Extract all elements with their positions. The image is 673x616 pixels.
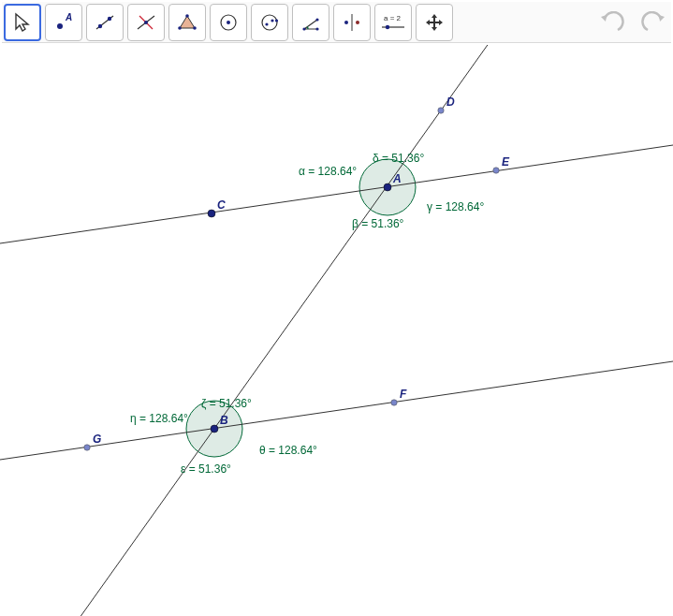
svg-point-7 [144, 21, 148, 24]
svg-marker-8 [180, 16, 195, 28]
svg-point-14 [262, 15, 277, 30]
svg-point-9 [185, 14, 189, 18]
polygon-tool[interactable] [168, 4, 206, 41]
undo-button[interactable] [596, 7, 628, 38]
point-G[interactable] [84, 445, 90, 450]
point-A[interactable] [384, 183, 391, 191]
svg-point-3 [98, 23, 102, 27]
svg-point-23 [356, 21, 359, 24]
svg-point-4 [108, 16, 111, 20]
svg-point-17 [275, 19, 278, 22]
move-view-tool[interactable] [416, 4, 453, 41]
slider-tool[interactable]: a = 2 [374, 4, 412, 41]
circle-tool[interactable] [210, 4, 247, 41]
point-tool[interactable]: A [45, 4, 82, 41]
angle-tool[interactable] [292, 4, 329, 41]
slider-tool-label: a = 2 [384, 14, 402, 22]
line-GBF[interactable] [0, 361, 673, 460]
svg-point-20 [315, 27, 318, 30]
reflect-tool[interactable] [333, 4, 371, 41]
point-D[interactable] [438, 108, 444, 113]
perpendicular-tool[interactable] [127, 4, 165, 41]
svg-point-15 [265, 22, 268, 25]
svg-point-16 [271, 19, 273, 22]
svg-point-10 [193, 26, 197, 30]
toolbar: A [2, 2, 671, 43]
geometry-canvas[interactable]: ABCDEFGα = 128.64°δ = 51.36°γ = 128.64°β… [0, 45, 673, 616]
line-CAE[interactable] [0, 145, 673, 243]
svg-point-0 [57, 23, 63, 29]
point-B[interactable] [211, 425, 218, 433]
line-tool[interactable] [86, 4, 124, 41]
point-F[interactable] [391, 400, 397, 405]
svg-point-19 [315, 18, 318, 21]
move-tool[interactable] [4, 4, 41, 41]
svg-text:A: A [65, 12, 72, 22]
svg-point-13 [227, 21, 230, 24]
svg-point-18 [302, 27, 305, 30]
point-C[interactable] [208, 210, 215, 217]
line-DAB[interactable] [61, 45, 538, 616]
svg-point-11 [178, 26, 182, 30]
redo-button[interactable] [637, 7, 669, 38]
svg-point-22 [344, 21, 348, 24]
ellipse-tool[interactable] [251, 4, 288, 41]
point-E[interactable] [493, 168, 499, 173]
svg-point-25 [386, 24, 389, 28]
